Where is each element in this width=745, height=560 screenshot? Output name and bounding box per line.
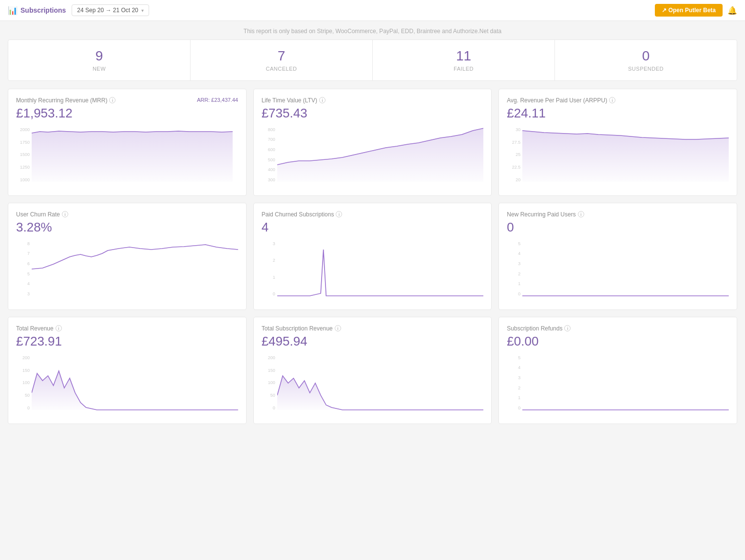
app-icon: 📊: [8, 6, 18, 15]
svg-marker-0: [32, 131, 233, 182]
chart-total_revenue: [32, 354, 238, 412]
card-chart-area: 200150100500: [262, 354, 484, 412]
info-icon[interactable]: i: [56, 325, 62, 331]
card-header: Monthly Recurring Revenue (MRR) i ARR: £…: [16, 97, 238, 104]
card-ltv: Life Time Value (LTV) i £735.43 80070060…: [253, 89, 492, 196]
card-header: Avg. Revenue Per Paid User (ARPPU) i: [507, 97, 729, 104]
chart-churn: [32, 240, 238, 298]
card-title-new_recurring: New Recurring Paid Users i: [507, 211, 584, 218]
svg-marker-4: [277, 376, 484, 410]
card-refunds: Subscription Refunds i £0.00 543210: [498, 317, 737, 424]
chart-refunds: [522, 354, 729, 412]
info-icon[interactable]: i: [336, 211, 342, 217]
card-title-text: Life Time Value (LTV): [262, 97, 317, 104]
date-range-text: 24 Sep 20 → 21 Oct 20: [77, 7, 138, 14]
card-header: User Churn Rate i: [16, 211, 238, 218]
stats-bar: 9 NEW7 CANCELED11 FAILED0 SUSPENDED: [8, 39, 737, 81]
card-value-new_recurring: 0: [507, 220, 729, 235]
stat-item-suspended: 0 SUSPENDED: [555, 40, 737, 80]
y-axis: 200150100500: [262, 354, 275, 412]
info-icon[interactable]: i: [564, 325, 571, 331]
info-icon[interactable]: i: [109, 97, 115, 103]
card-title-refunds: Subscription Refunds i: [507, 325, 571, 332]
header-right: ↗ Open Putler Beta 🔔: [655, 4, 737, 17]
svg-marker-2: [522, 131, 729, 182]
date-range-picker[interactable]: 24 Sep 20 → 21 Oct 20 ▾: [72, 4, 149, 16]
card-value-arppu: £24.11: [507, 106, 729, 121]
card-value-refunds: £0.00: [507, 334, 729, 349]
card-header: Total Subscription Revenue i: [262, 325, 484, 332]
card-chart-area: 20001750150012501000: [16, 126, 238, 184]
stat-item-new: 9 NEW: [8, 40, 191, 80]
card-chart-area: 3210: [262, 240, 484, 298]
card-chart-area: 200150100500: [16, 354, 238, 412]
card-title-arppu: Avg. Revenue Per Paid User (ARPPU) i: [507, 97, 615, 104]
y-axis: 3210: [262, 240, 275, 298]
card-title-text: Avg. Revenue Per Paid User (ARPPU): [507, 97, 607, 104]
card-title-text: Total Revenue: [16, 325, 54, 332]
y-axis: 876543: [16, 240, 30, 298]
card-churn: User Churn Rate i 3.28% 876543: [8, 203, 247, 310]
chart-mrr: [32, 126, 238, 184]
bell-icon[interactable]: 🔔: [727, 6, 737, 15]
card-header: Life Time Value (LTV) i: [262, 97, 484, 104]
app-title: 📊 Subscriptions: [8, 6, 66, 15]
info-icon[interactable]: i: [578, 211, 584, 217]
card-title-total_revenue: Total Revenue i: [16, 325, 62, 332]
info-icon[interactable]: i: [335, 325, 341, 331]
chart-ltv: [277, 126, 484, 184]
card-mrr: Monthly Recurring Revenue (MRR) i ARR: £…: [8, 89, 247, 196]
chart-new_recurring: [522, 240, 729, 298]
card-title-total_sub_revenue: Total Subscription Revenue i: [262, 325, 341, 332]
stat-label: NEW: [13, 66, 185, 72]
stat-item-failed: 11 FAILED: [373, 40, 555, 80]
card-value-mrr: £1,953.12: [16, 106, 238, 121]
y-axis: 20001750150012501000: [16, 126, 30, 184]
info-icon[interactable]: i: [609, 97, 615, 103]
card-header: Paid Churned Subscriptions i: [262, 211, 484, 218]
card-title-churned_subs: Paid Churned Subscriptions i: [262, 211, 343, 218]
y-axis: 3027.52522.520: [507, 126, 520, 184]
card-title-churn: User Churn Rate i: [16, 211, 68, 218]
stat-number: 9: [13, 49, 185, 64]
card-title-ltv: Life Time Value (LTV) i: [262, 97, 325, 104]
card-value-ltv: £735.43: [262, 106, 484, 121]
stat-number: 0: [560, 49, 732, 64]
open-putler-button[interactable]: ↗ Open Putler Beta: [655, 4, 723, 17]
card-chart-area: 3027.52522.520: [507, 126, 729, 184]
card-title-text: Subscription Refunds: [507, 325, 562, 332]
main-content: This report is only based on Stripe, Woo…: [0, 21, 745, 434]
app-title-text: Subscriptions: [20, 6, 66, 14]
stat-number: 7: [195, 49, 367, 64]
metrics-grid: Monthly Recurring Revenue (MRR) i ARR: £…: [8, 89, 737, 424]
stat-label: CANCELED: [195, 66, 367, 72]
card-chart-area: 876543: [16, 240, 238, 298]
card-churned_subs: Paid Churned Subscriptions i 4 3210: [253, 203, 492, 310]
report-notice: This report is only based on Stripe, Woo…: [0, 21, 745, 39]
card-value-churned_subs: 4: [262, 220, 484, 235]
card-value-total_sub_revenue: £495.94: [262, 334, 484, 349]
info-icon[interactable]: i: [62, 211, 68, 217]
info-icon[interactable]: i: [319, 97, 325, 103]
card-title-text: Paid Churned Subscriptions: [262, 211, 334, 218]
card-title-text: Total Subscription Revenue: [262, 325, 333, 332]
card-header: New Recurring Paid Users i: [507, 211, 729, 218]
card-header: Subscription Refunds i: [507, 325, 729, 332]
chevron-down-icon: ▾: [141, 8, 144, 13]
card-chart-area: 543210: [507, 354, 729, 412]
stat-number: 11: [378, 49, 550, 64]
card-title-text: New Recurring Paid Users: [507, 211, 575, 218]
card-new_recurring: New Recurring Paid Users i 0 543210: [498, 203, 737, 310]
card-chart-area: 543210: [507, 240, 729, 298]
card-arppu: Avg. Revenue Per Paid User (ARPPU) i £24…: [498, 89, 737, 196]
chart-churned_subs: [277, 240, 484, 298]
header-left: 📊 Subscriptions 24 Sep 20 → 21 Oct 20 ▾: [8, 4, 149, 16]
card-title-mrr: Monthly Recurring Revenue (MRR) i: [16, 97, 115, 104]
card-header: Total Revenue i: [16, 325, 238, 332]
stat-item-canceled: 7 CANCELED: [191, 40, 373, 80]
stat-label: FAILED: [378, 66, 550, 72]
y-axis: 543210: [507, 240, 520, 298]
chart-arppu: [522, 126, 729, 184]
card-total_revenue: Total Revenue i £723.91 200150100500: [8, 317, 247, 424]
card-value-total_revenue: £723.91: [16, 334, 238, 349]
